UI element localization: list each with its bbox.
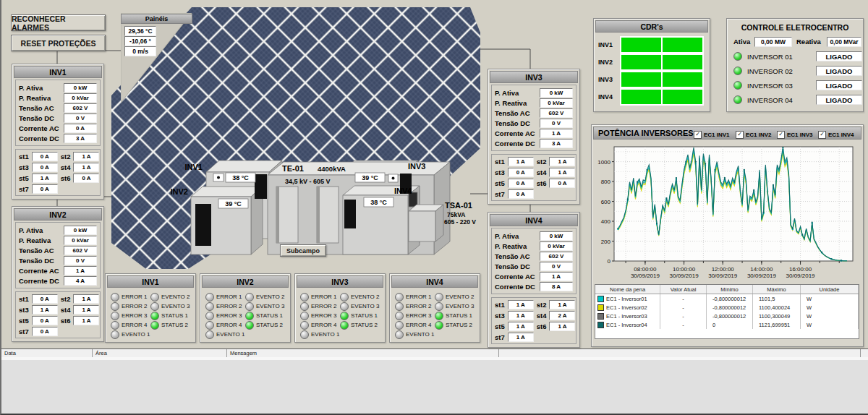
led-row: EVENTO 3 xyxy=(150,301,190,311)
string-row: st11 A xyxy=(495,157,534,166)
status-led-column-right: EVENTO 2EVENTO 3STATUS 1STATUS 2 xyxy=(435,292,474,330)
cdr-row-INV4: INV4 xyxy=(598,88,704,106)
measurement-value: 602 V xyxy=(64,103,97,113)
string-row: st51 A xyxy=(19,174,58,182)
cdr-row-label: INV1 xyxy=(598,36,620,54)
status-panel-body: ERROR 1ERROR 2ERROR 3ERROR 4EVENTO 1EVEN… xyxy=(390,289,480,341)
led-row: ERROR 3 xyxy=(395,311,434,320)
series-checkbox-3[interactable]: ✓EC1 INV3 xyxy=(777,131,813,139)
led-on xyxy=(340,312,349,320)
svg-text:30/09/2019: 30/09/2019 xyxy=(747,273,777,279)
reset-protecoes-button[interactable]: RESET PROTEÇÕES xyxy=(11,35,106,51)
led-row: EVENTO 3 xyxy=(340,301,379,311)
string-label: st3 xyxy=(19,306,29,314)
cdr-row-INV2: INV2 xyxy=(598,54,704,71)
led-off xyxy=(205,312,214,320)
led-on xyxy=(150,321,159,330)
string-value: 1 A xyxy=(73,305,99,315)
string-row: st61 A xyxy=(537,322,576,330)
measurement-row: P. Reativa0 kVar xyxy=(19,93,97,103)
inv-measurements-box: P. Ativa0 kWP. Reativa0 kVarTensão AC602… xyxy=(15,80,101,146)
measurement-value: 3 A xyxy=(540,139,573,148)
tsa01-name: TSA-01 xyxy=(445,201,472,210)
led-label: ERROR 1 xyxy=(122,294,148,300)
string-value: 0 A xyxy=(32,152,58,161)
inversor-label: INVERSOR 03 xyxy=(747,82,793,90)
checkbox-icon[interactable]: ✓ xyxy=(736,131,744,139)
led-off xyxy=(300,321,309,330)
legend-row: EC1 - Inversor03--0,8000000121100,300049… xyxy=(595,312,859,320)
legend-minimo: -0,800000012 xyxy=(707,312,753,320)
legend-header-cell: Mínimo xyxy=(707,285,753,294)
status-led-column-left: ERROR 1ERROR 2ERROR 3ERROR 4EVENTO 1 xyxy=(395,292,434,339)
checkbox-icon[interactable]: ✓ xyxy=(818,131,826,139)
inversor-state-button[interactable]: LIGADO xyxy=(816,80,862,90)
checkbox-icon[interactable]: ✓ xyxy=(777,131,785,139)
led-row: ERROR 2 xyxy=(205,301,244,311)
cdr-cells xyxy=(620,36,704,54)
reconhecer-alarmes-button[interactable]: RECONHECER ALARMES xyxy=(11,14,106,31)
subcampo-button[interactable]: Subcampo xyxy=(280,244,326,257)
led-row: ERROR 4 xyxy=(395,320,434,330)
string-label: st1 xyxy=(19,295,29,303)
svg-text:08:00:00: 08:00:00 xyxy=(634,266,657,273)
measurement-row: Corrente AC1 A xyxy=(19,265,97,275)
string-label: st2 xyxy=(61,295,71,303)
cdr-row-INV3: INV3 xyxy=(598,71,704,88)
led-label: ERROR 1 xyxy=(216,294,242,300)
led-off xyxy=(150,293,159,301)
string-label: st1 xyxy=(19,153,29,161)
string-label: st5 xyxy=(19,317,29,325)
string-value: 1 A xyxy=(549,168,575,177)
series-checkbox-4[interactable]: ✓EC1 INV4 xyxy=(818,131,854,139)
svg-text:1000: 1000 xyxy=(597,159,610,166)
string-value: 1 A xyxy=(508,322,534,331)
series-checkbox-2[interactable]: ✓EC1 INV2 xyxy=(736,131,772,139)
led-label: EVENTO 2 xyxy=(161,294,190,300)
led-row: EVENTO 1 xyxy=(111,330,150,339)
measurement-label: Tensão AC xyxy=(19,104,54,112)
led-row: ERROR 4 xyxy=(111,320,150,330)
legend-valor-atual: - xyxy=(660,312,707,320)
led-row: ERROR 3 xyxy=(205,311,244,320)
checkbox-icon[interactable]: ✓ xyxy=(694,131,702,139)
inversor-state-button[interactable]: LIGADO xyxy=(816,66,862,76)
legend-unidade: W xyxy=(801,303,859,312)
string-label: st2 xyxy=(61,153,71,161)
string-value: 1 A xyxy=(73,163,99,172)
led-row: EVENTO 1 xyxy=(300,330,339,339)
string-value: 1 A xyxy=(549,322,575,331)
reativa-value: 0,00 MVar xyxy=(827,37,861,47)
led-row: STATUS 2 xyxy=(150,320,190,330)
inversor-led-on xyxy=(733,81,742,90)
string-row: st61 A xyxy=(61,316,100,325)
legend-pen-name: EC1 - Inversor04 xyxy=(606,322,647,328)
measurement-value: 0 kVar xyxy=(540,98,573,108)
led-off xyxy=(205,302,214,311)
series-checkbox-1[interactable]: ✓EC1 INV1 xyxy=(694,131,730,139)
led-label: ERROR 1 xyxy=(406,294,432,300)
legend-row: EC1 - Inversor04-01121,699951W xyxy=(595,320,859,329)
legend-color-swatch xyxy=(597,322,604,328)
string-value: 0 A xyxy=(32,184,58,194)
led-row: ERROR 1 xyxy=(111,292,150,301)
string-row: st21 A xyxy=(537,157,576,166)
led-off xyxy=(205,321,214,330)
measurement-label: P. Ativa xyxy=(19,226,43,234)
measurement-value: 1 A xyxy=(540,129,573,138)
inversor-state-button[interactable]: LIGADO xyxy=(816,51,862,61)
inv2-temp-value: 39 °C xyxy=(225,200,242,208)
cdr-row-label: INV4 xyxy=(598,88,620,106)
measurement-value: 0 V xyxy=(540,119,573,128)
string-row: st60 A xyxy=(537,179,576,187)
led-label: STATUS 2 xyxy=(161,322,188,328)
led-off xyxy=(395,321,404,330)
led-on xyxy=(245,312,254,320)
led-row: ERROR 3 xyxy=(111,311,150,320)
te01-name: TE-01 xyxy=(282,164,304,173)
legend-header-row: Nome da penaValor AtualMínimoMáximoUnida… xyxy=(595,285,859,294)
string-value: 2 A xyxy=(549,311,575,320)
led-row: ERROR 1 xyxy=(300,292,339,301)
inversor-state-button[interactable]: LIGADO xyxy=(816,95,862,105)
string-row: st31 A xyxy=(19,305,58,314)
